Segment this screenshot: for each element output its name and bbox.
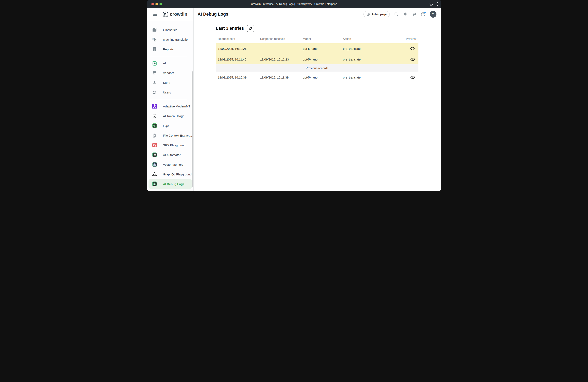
window-controls bbox=[151, 0, 162, 8]
sidebar-item-file-context-extractor[interactable]: File Context Extract... bbox=[148, 130, 192, 140]
cell-model: gpt-5-nano bbox=[303, 47, 343, 50]
ai-icon bbox=[152, 61, 157, 66]
reports-icon bbox=[152, 46, 157, 52]
messages-icon[interactable] bbox=[412, 12, 416, 17]
sidebar-item-lqa[interactable]: LQA bbox=[148, 121, 192, 130]
page-title: AI Debug Logs bbox=[198, 12, 229, 17]
zoom-window-button[interactable] bbox=[159, 3, 162, 5]
browser-window: Crowdin Enterprise - AI Debug Logs | Pro… bbox=[147, 0, 441, 191]
lqa-icon bbox=[152, 123, 157, 128]
sidebar-item-adaptive-modernmt[interactable]: T Adaptive ModernMT bbox=[148, 101, 192, 111]
cell-action: pre_translate bbox=[343, 58, 386, 61]
search-icon[interactable] bbox=[394, 12, 399, 17]
sidebar-item-store[interactable]: Store bbox=[148, 78, 192, 87]
browser-tab-title: Crowdin Enterprise - AI Debug Logs | Pro… bbox=[251, 2, 337, 5]
public-page-button[interactable]: Public page bbox=[363, 11, 390, 17]
crowdin-logo-icon bbox=[163, 11, 168, 17]
sidebar-footer bbox=[147, 190, 193, 191]
file-context-extractor-icon bbox=[152, 133, 157, 138]
cell-action: pre_translate bbox=[343, 76, 386, 79]
srx-playground-icon bbox=[152, 142, 157, 148]
col-action: Action bbox=[343, 37, 386, 41]
sidebar-item-vendors[interactable]: Vendors bbox=[148, 68, 192, 78]
eye-icon bbox=[410, 76, 415, 79]
main-content: Last 3 entries Request sent Response rec… bbox=[194, 21, 441, 191]
sidebar-item-ai-token-usage[interactable]: AI Token Usage bbox=[148, 111, 192, 121]
col-request-sent: Request sent bbox=[218, 37, 260, 41]
hamburger-menu-icon[interactable] bbox=[153, 12, 158, 16]
preview-button[interactable] bbox=[410, 75, 416, 80]
section-heading: Last 3 entries bbox=[216, 26, 244, 31]
cell-request-sent: 18/09/2025, 16:11:40 bbox=[218, 58, 260, 61]
debug-logs-table: Request sent Response received Model Act… bbox=[216, 34, 419, 83]
sidebar-item-reports[interactable]: Reports bbox=[148, 44, 192, 54]
minimize-window-button[interactable] bbox=[155, 3, 158, 5]
cell-response-received: 18/09/2025, 16:12:23 bbox=[260, 58, 303, 61]
cell-action: pre_translate bbox=[343, 47, 386, 50]
sidebar-item-graphql-playground[interactable]: GraphQL Playground bbox=[148, 169, 192, 179]
sidebar-scrollbar[interactable] bbox=[192, 71, 193, 187]
col-response-received: Response received bbox=[260, 37, 303, 41]
refresh-button[interactable] bbox=[247, 25, 254, 32]
sidebar-item-users[interactable]: Users bbox=[148, 87, 192, 97]
help-icon[interactable]: ? bbox=[421, 12, 425, 17]
sidebar-header: crowdin bbox=[147, 8, 194, 21]
public-page-label: Public page bbox=[372, 13, 386, 16]
notification-dot bbox=[424, 12, 426, 14]
sidebar-item-machine-translation[interactable]: G A Machine translation bbox=[148, 35, 192, 44]
graphql-playground-icon bbox=[152, 171, 157, 177]
sidebar-divider bbox=[149, 99, 187, 99]
refresh-icon bbox=[249, 26, 252, 30]
table-header-row: Request sent Response received Model Act… bbox=[216, 34, 419, 43]
ai-token-usage-icon bbox=[152, 113, 157, 119]
table-row: 18/09/2025, 16:10:39 18/09/2025, 16:11:3… bbox=[216, 72, 419, 83]
browser-menu-icon[interactable] bbox=[437, 2, 438, 6]
close-window-button[interactable] bbox=[151, 3, 154, 5]
sidebar-item-vector-memory[interactable]: Vector Memory bbox=[148, 160, 192, 169]
crowdin-logo[interactable]: crowdin bbox=[163, 11, 187, 17]
svg-text:T: T bbox=[154, 105, 155, 107]
eye-icon bbox=[410, 58, 415, 61]
sidebar-item-ai[interactable]: AI bbox=[148, 58, 192, 68]
previous-records-label: Previous records bbox=[306, 66, 329, 70]
cell-request-sent: 18/09/2025, 16:12:26 bbox=[218, 47, 260, 50]
table-row: 18/09/2025, 16:12:26 gpt-5-nano pre_tran… bbox=[216, 43, 419, 54]
preview-button[interactable] bbox=[410, 46, 416, 51]
cell-model: gpt-5-nano bbox=[303, 76, 343, 79]
preview-button[interactable] bbox=[410, 57, 416, 62]
avatar[interactable]: Y bbox=[430, 11, 437, 18]
glossaries-icon bbox=[152, 27, 157, 32]
vector-memory-icon bbox=[152, 162, 157, 167]
extensions-puzzle-icon[interactable] bbox=[429, 2, 433, 6]
sidebar-divider bbox=[149, 56, 187, 56]
eye-icon bbox=[410, 47, 415, 50]
cell-request-sent: 18/09/2025, 16:10:39 bbox=[218, 76, 260, 79]
col-model: Model bbox=[303, 37, 343, 41]
ai-debug-logs-icon bbox=[152, 181, 157, 187]
sidebar: Glossaries G A Machine translation bbox=[147, 21, 194, 191]
cell-response-received: 18/09/2025, 16:11:39 bbox=[260, 76, 303, 79]
svg-text:?: ? bbox=[422, 13, 424, 16]
machine-translation-icon: G A bbox=[152, 37, 157, 42]
ai-automator-icon bbox=[152, 152, 157, 157]
previous-records-row[interactable]: Previous records bbox=[216, 64, 419, 72]
sidebar-item-ai-debug-logs[interactable]: AI Debug Logs bbox=[148, 179, 192, 189]
browser-titlebar: Crowdin Enterprise - AI Debug Logs | Pro… bbox=[147, 0, 441, 8]
users-icon bbox=[152, 90, 157, 95]
sidebar-item-ai-automator[interactable]: AI Automator bbox=[148, 150, 192, 160]
vendors-icon bbox=[152, 70, 157, 75]
cell-model: gpt-5-nano bbox=[303, 58, 343, 61]
sidebar-item-glossaries[interactable]: Glossaries bbox=[148, 25, 192, 35]
globe-icon bbox=[366, 13, 370, 16]
col-preview: Preview bbox=[406, 37, 416, 41]
adaptive-modernmt-icon: T bbox=[152, 104, 157, 109]
table-row: 18/09/2025, 16:11:40 18/09/2025, 16:12:2… bbox=[216, 54, 419, 64]
notifications-bell-icon[interactable] bbox=[403, 12, 407, 17]
svg-text:A: A bbox=[155, 39, 156, 41]
crowdin-logo-text: crowdin bbox=[170, 12, 187, 17]
sidebar-item-srx-playground[interactable]: SRX Playground bbox=[148, 140, 192, 150]
page-header: AI Debug Logs Public page bbox=[194, 8, 441, 21]
store-icon bbox=[152, 80, 157, 85]
